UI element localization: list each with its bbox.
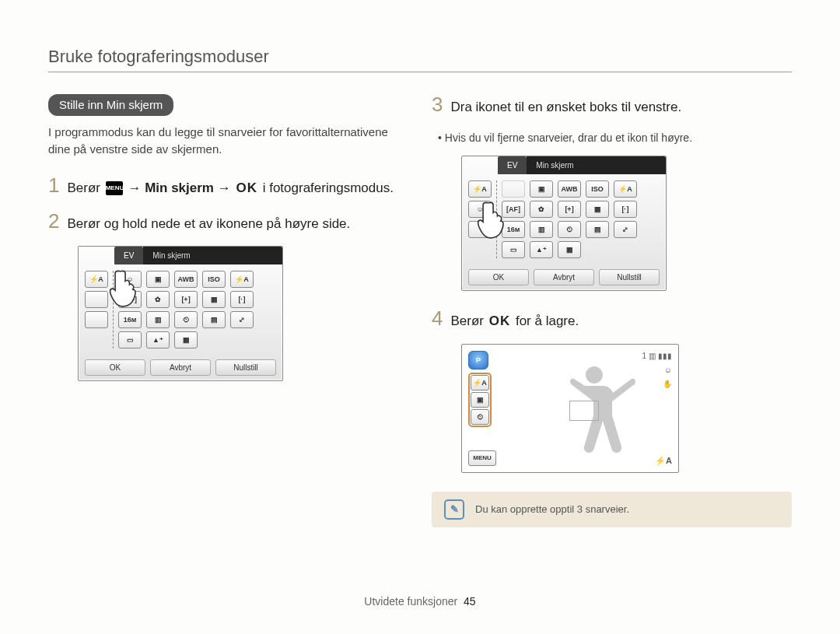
shortcut-group: ⚡A ▣ ⏲	[468, 373, 492, 427]
icon-flash: ⚡A	[614, 180, 637, 198]
device-header: EV Min skjerm	[79, 247, 282, 264]
step-text: Berør MENU → Min skjerm → OK i fotografe…	[67, 175, 393, 198]
step-1: 1 Berør MENU → Min skjerm → OK i fotogra…	[48, 175, 408, 198]
device-mock-1: EV Min skjerm ⚡A ☺ ▣ AWB ISO ⚡A	[78, 246, 283, 381]
icon-quality: ▥	[146, 311, 170, 328]
step-4: 4 Berør OK for å lagre.	[432, 308, 792, 331]
arrow-icon: →	[218, 180, 231, 195]
header-rule	[48, 72, 792, 72]
icon-ois: ⤢	[614, 221, 637, 238]
shortcut-slots: ⚡A ☺	[468, 180, 497, 258]
device-footer: OK Avbryt Nullstill	[462, 264, 666, 290]
slot-flash: ⚡A	[85, 271, 108, 288]
menu-button[interactable]: MENU	[468, 450, 496, 466]
cancel-button[interactable]: Avbryt	[534, 269, 594, 285]
icon-drive: ▭	[118, 331, 142, 349]
flash-status-icon: ⚡A	[655, 456, 672, 466]
step-number: 4	[432, 308, 443, 328]
device-tab: EV	[498, 156, 527, 174]
intro-text: I programmodus kan du legge til snarveie…	[48, 124, 408, 158]
reset-button[interactable]: Nullstill	[215, 359, 276, 376]
step-3: 3 Dra ikonet til en ønsket boks til vens…	[432, 94, 792, 117]
slot-empty	[468, 221, 492, 238]
footer-section: Utvidete funksjoner	[364, 595, 457, 608]
step1-post: i fotograferingsmodus.	[263, 180, 394, 195]
ois-icon: ✋	[663, 379, 672, 390]
icon-grid: ☺ ▣ AWB ISO ⚡A [AF] ✿ [+] ▦ [⋅] 16м ▥ ⏲ …	[118, 271, 254, 349]
page-header: Bruke fotograferingsmoduser	[48, 47, 792, 67]
icon-iso: ISO	[586, 180, 609, 198]
battery-icon: ▮▮▮	[658, 352, 672, 360]
memory-icon: ▥	[649, 352, 656, 360]
right-column: 3 Dra ikonet til en ønsket boks til vens…	[432, 94, 792, 527]
shortcut-ev-icon: ▣	[471, 392, 489, 408]
info-icon: ✎	[444, 499, 464, 520]
icon-awb: AWB	[558, 180, 581, 198]
preview-left-icons: P ⚡A ▣ ⏲	[468, 351, 492, 427]
device-title: Min skjerm	[143, 247, 282, 264]
icon-ois: ⤢	[230, 311, 254, 328]
icon-af-area: [AF]	[502, 201, 525, 218]
bullet-remove: Hvis du vil fjerne snarveier, drar du et…	[447, 130, 792, 146]
icon-flash: ⚡A	[230, 271, 254, 288]
device-header: EV Min skjerm	[462, 156, 666, 174]
ok-button[interactable]: OK	[468, 269, 529, 285]
slot-target: ☺	[468, 201, 492, 218]
icon-metering: ▦	[586, 201, 609, 218]
menu-icon: MENU	[106, 181, 123, 195]
step-number: 1	[48, 175, 59, 195]
device-footer: OK Avbryt Nullstill	[79, 355, 282, 380]
icon-adjust: [+]	[174, 291, 198, 308]
icon-ev: ▣	[146, 271, 170, 288]
page-footer: Utvidete funksjoner 45	[0, 595, 840, 608]
icon-macro: ✿	[146, 291, 170, 308]
page-number: 45	[464, 595, 476, 608]
icon-timer: ⏲	[174, 311, 198, 328]
icon-focus-area: [⋅]	[230, 291, 254, 308]
cancel-button[interactable]: Avbryt	[150, 359, 211, 376]
icon-af-area: [AF]	[118, 291, 142, 308]
device-title: Min skjerm	[527, 156, 666, 174]
shortcut-slots: ⚡A	[85, 271, 114, 349]
device-mock-2: EV Min skjerm ⚡A ☺ ▣ AWB ISO ⚡A	[461, 156, 667, 291]
shortcut-timer-icon: ⏲	[471, 409, 489, 425]
slot-flash: ⚡A	[468, 180, 492, 198]
slot-empty	[85, 311, 108, 328]
icon-metering: ▦	[202, 291, 226, 308]
step1-bold: Min skjerm	[145, 180, 214, 195]
preview-right-icons: 1 ▥ ▮▮▮ ☺ ✋	[642, 351, 672, 390]
icon-grid: ▣ AWB ISO ⚡A [AF] ✿ [+] ▦ [⋅] 16м ▥ ⏲ ▤ …	[502, 180, 637, 258]
icon-effect: ▲⁺	[146, 331, 170, 349]
icon-placeholder	[502, 180, 525, 198]
icon-iso: ISO	[202, 271, 226, 288]
mode-dial-icon: P	[468, 351, 488, 370]
step-text: Dra ikonet til en ønsket boks til venstr…	[450, 94, 681, 117]
icon-effect: ▲⁺	[530, 241, 553, 258]
ok-icon: OK	[236, 180, 257, 195]
icon-ev: ▣	[530, 180, 553, 198]
focus-square-icon	[569, 401, 599, 421]
icon-sound: ▦	[558, 241, 581, 258]
reset-button[interactable]: Nullstill	[599, 269, 660, 285]
ok-button[interactable]: OK	[85, 359, 145, 376]
icon-focus-area: [⋅]	[614, 201, 637, 218]
icon-macro: ✿	[530, 201, 553, 218]
left-column: Stille inn Min skjerm I programmodus kan…	[48, 94, 408, 527]
icon-size: 16м	[502, 221, 525, 238]
icon-adjust: [+]	[558, 201, 581, 218]
icon-drive: ▭	[502, 241, 525, 258]
section-pill: Stille inn Min skjerm	[48, 94, 173, 116]
smile-icon: ☺	[664, 365, 672, 376]
icon-face-detect: ☺	[118, 271, 142, 288]
icon-awb: AWB	[174, 271, 198, 288]
step-2: 2 Berør og hold nede et av ikonene på hø…	[48, 211, 408, 234]
step-number: 2	[48, 211, 59, 231]
note-text: Du kan opprette opptil 3 snarveier.	[475, 503, 629, 515]
step-text: Berør OK for å lagre.	[450, 308, 579, 331]
device-preview: P ⚡A ▣ ⏲ MENU 1 ▥	[461, 344, 679, 473]
slot-empty	[85, 291, 108, 308]
icon-sound: ▦	[174, 331, 198, 349]
device-tab: EV	[114, 247, 143, 264]
icon-acb: ▤	[202, 311, 226, 328]
note-box: ✎ Du kan opprette opptil 3 snarveier.	[432, 492, 792, 527]
